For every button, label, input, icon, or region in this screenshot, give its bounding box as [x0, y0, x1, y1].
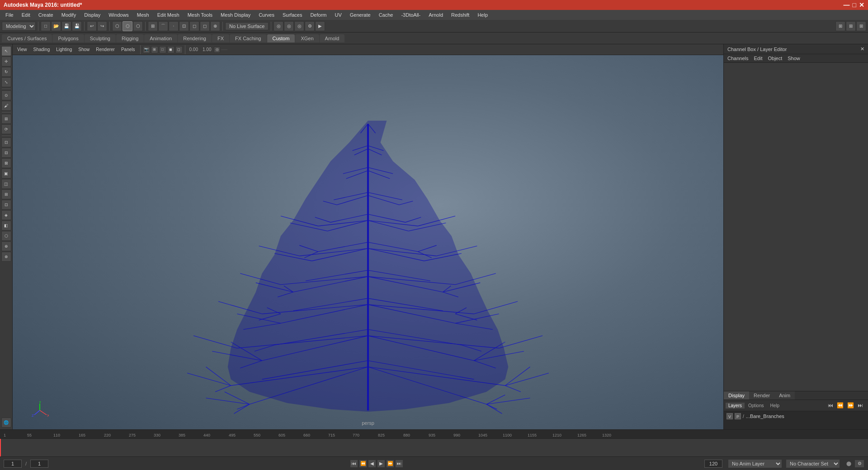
- undo-button[interactable]: ↩: [87, 21, 97, 31]
- menu-arnold[interactable]: Arnold: [425, 11, 447, 19]
- layer-vis-v[interactable]: V: [726, 413, 733, 419]
- scene-icon[interactable]: 🌐: [1, 418, 11, 428]
- tab-rendering[interactable]: Rendering: [178, 34, 212, 42]
- render-region-tool[interactable]: ⊡: [1, 137, 11, 147]
- render-tab[interactable]: Render: [749, 391, 774, 400]
- cb-menu-object[interactable]: Object: [766, 55, 784, 61]
- show-render-button[interactable]: ◎: [294, 21, 304, 31]
- open-file-button[interactable]: 📂: [51, 21, 61, 31]
- tool-settings-toggle[interactable]: ⊞: [856, 21, 866, 31]
- tab-curves-surfaces[interactable]: Curves / Surfaces: [2, 34, 52, 42]
- step-forward-button[interactable]: ⏩: [386, 460, 394, 468]
- workspace-selector[interactable]: Modeling: [2, 22, 36, 31]
- select-object-button[interactable]: ⬡: [123, 21, 132, 31]
- window-controls[interactable]: — □ ✕: [844, 1, 864, 9]
- render-seq-button[interactable]: ▶: [315, 21, 325, 31]
- tool8[interactable]: ◧: [1, 221, 11, 230]
- exposure-button[interactable]: ◎: [214, 47, 220, 53]
- viewport-menu-panels[interactable]: Panels: [118, 47, 138, 52]
- snap-grid-button[interactable]: ⊞: [148, 21, 158, 31]
- layer-name[interactable]: ...Bare_Branches: [746, 414, 784, 419]
- tool3[interactable]: ▣: [1, 169, 11, 179]
- snap-view-button[interactable]: ⊡: [179, 21, 189, 31]
- layers-subtab[interactable]: Layers: [726, 403, 745, 409]
- new-file-button[interactable]: □: [41, 21, 51, 31]
- tool6[interactable]: ⊡: [1, 200, 11, 210]
- tab-xgen[interactable]: XGen: [295, 34, 319, 42]
- render-settings-button[interactable]: ⚙: [305, 21, 315, 31]
- tab-arnold[interactable]: Arnold: [320, 34, 345, 42]
- tool5[interactable]: ⊞: [1, 189, 11, 199]
- menu-deform[interactable]: Deform: [307, 11, 330, 19]
- tab-sculpting[interactable]: Sculpting: [85, 34, 116, 42]
- menu-file[interactable]: File: [2, 11, 17, 19]
- scale-tool[interactable]: ⤡: [1, 77, 11, 87]
- menu-redshift[interactable]: Redshift: [448, 11, 473, 19]
- vp-smooth-button[interactable]: ◼: [167, 46, 175, 53]
- tab-custom[interactable]: Custom: [267, 34, 295, 42]
- snap-curve-button[interactable]: ⌒: [158, 21, 168, 31]
- preferences-button[interactable]: ⚙: [854, 460, 864, 468]
- attribute-toggle[interactable]: ⊞: [846, 21, 856, 31]
- tool7[interactable]: ◈: [1, 210, 11, 220]
- timeline-ruler[interactable]: 1 55 110 165 220 275 330 385 440 495 550…: [0, 430, 868, 439]
- menu-help[interactable]: Help: [474, 11, 491, 19]
- layer-vis-p[interactable]: P: [735, 413, 741, 419]
- tool11[interactable]: ⊗: [1, 252, 11, 262]
- maximize-button[interactable]: □: [853, 1, 856, 9]
- current-frame-input[interactable]: [4, 460, 22, 468]
- character-set-selector[interactable]: No Character Set: [786, 459, 840, 468]
- layer-rewind-button[interactable]: ⏮: [826, 402, 835, 409]
- go-to-end-button[interactable]: ⏭: [395, 460, 403, 468]
- layer-item-bare-branches[interactable]: V P / ...Bare_Branches: [725, 412, 867, 420]
- snap-surface-button[interactable]: ◻: [189, 21, 199, 31]
- menu-display[interactable]: Display: [80, 11, 104, 19]
- select-mode-button[interactable]: ⬡: [112, 21, 122, 31]
- viewport-menu-shading[interactable]: Shading: [31, 47, 53, 52]
- gamma-label[interactable]: [221, 49, 227, 50]
- anim-tab[interactable]: Anim: [774, 391, 795, 400]
- right-panel-close[interactable]: ✕: [860, 46, 864, 52]
- menu-mesh[interactable]: Mesh: [133, 11, 153, 19]
- menu-generate[interactable]: Generate: [346, 11, 374, 19]
- snap-live-button[interactable]: ◻: [200, 21, 210, 31]
- channel-box-toggle[interactable]: ⊞: [835, 21, 845, 31]
- redo-button[interactable]: ↪: [97, 21, 107, 31]
- 3d-viewport[interactable]: persp Y X Z: [13, 55, 723, 429]
- menu-modify[interactable]: Modify: [58, 11, 80, 19]
- tab-polygons[interactable]: Polygons: [52, 34, 84, 42]
- help-subtab[interactable]: Help: [767, 403, 782, 409]
- menu-windows[interactable]: Windows: [105, 11, 132, 19]
- playhead[interactable]: [0, 439, 1, 456]
- vp-grid-button[interactable]: ⊞: [151, 46, 158, 53]
- menu-mesh-display[interactable]: Mesh Display: [217, 11, 254, 19]
- cb-menu-channels[interactable]: Channels: [726, 55, 750, 61]
- minimize-button[interactable]: —: [844, 1, 850, 9]
- menu-curves[interactable]: Curves: [255, 11, 278, 19]
- timeline-scrubber[interactable]: [0, 439, 868, 456]
- soft-select-tool[interactable]: ⊙: [1, 90, 11, 100]
- no-live-surface-button[interactable]: No Live Surface: [225, 22, 269, 30]
- menu-3dtoall[interactable]: -3DtoAll-: [397, 11, 424, 19]
- tab-rigging[interactable]: Rigging: [116, 34, 144, 42]
- viewport-menu-view[interactable]: View: [14, 47, 30, 52]
- vp-wireframe-button[interactable]: □: [159, 46, 166, 53]
- save-as-button[interactable]: 💾: [72, 21, 82, 31]
- tab-fx-caching[interactable]: FX Caching: [230, 34, 266, 42]
- menu-edit-mesh[interactable]: Edit Mesh: [154, 11, 183, 19]
- tool2[interactable]: ⊠: [1, 158, 11, 168]
- move-tool[interactable]: ✛: [1, 56, 11, 66]
- options-subtab[interactable]: Options: [745, 403, 766, 409]
- vp-display-button[interactable]: ◻: [175, 46, 183, 53]
- render-button[interactable]: ◎: [274, 21, 283, 31]
- menu-cache[interactable]: Cache: [375, 11, 397, 19]
- display-tab[interactable]: Display: [724, 391, 749, 400]
- layer-prev-button[interactable]: ⏪: [835, 402, 845, 409]
- lasso-select-button[interactable]: ⬡: [133, 21, 143, 31]
- tool10[interactable]: ⊕: [1, 241, 11, 251]
- show-manipulator-tool[interactable]: ⊞: [1, 114, 11, 124]
- cb-menu-show[interactable]: Show: [786, 55, 802, 61]
- tool1[interactable]: ⊟: [1, 148, 11, 158]
- save-file-button[interactable]: 💾: [61, 21, 71, 31]
- viewport-menu-show[interactable]: Show: [75, 47, 92, 52]
